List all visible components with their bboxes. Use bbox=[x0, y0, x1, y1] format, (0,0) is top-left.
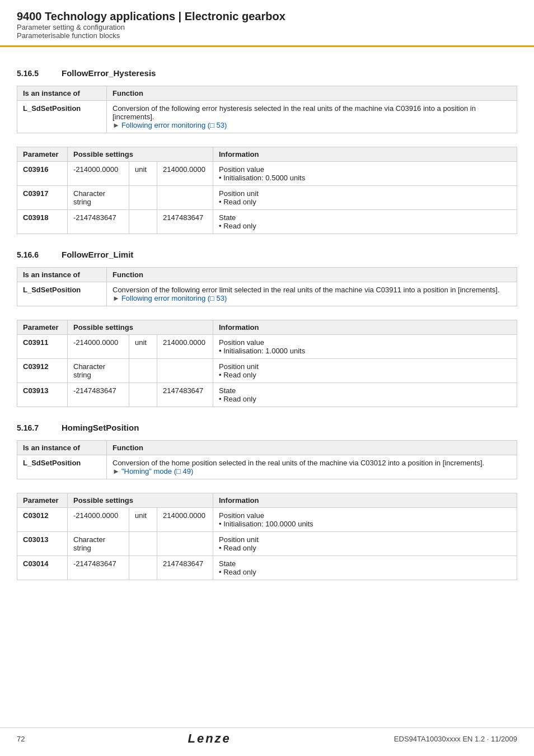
param-table-s5167: Parameter Possible settings Information … bbox=[17, 493, 517, 580]
section-heading-s5167: 5.16.7 HomingSetPosition bbox=[17, 423, 517, 432]
param-min-2-1: Character string bbox=[68, 532, 129, 556]
param-table-s5166: Parameter Possible settings Information … bbox=[17, 320, 517, 407]
instance-col2-header: Function bbox=[107, 441, 517, 455]
param-bullet-2-0: Initialisation: 100.0000 units bbox=[219, 520, 313, 528]
param-max-2-0: 214000.0000 bbox=[157, 508, 213, 532]
param-id-1-1: C03912 bbox=[17, 359, 68, 383]
param-info-title-0-0: Position value bbox=[219, 165, 264, 174]
page-title: 9400 Technology applications | Electroni… bbox=[17, 10, 517, 23]
settings-header: Possible settings bbox=[68, 147, 213, 162]
param-bullet-1-0: Initialisation: 1.0000 units bbox=[219, 347, 305, 355]
page-subtitle2: Parameterisable function blocks bbox=[17, 31, 517, 40]
param-max-1-0: 214000.0000 bbox=[157, 335, 213, 359]
instance-table-s5167: Is an instance of Function L_SdSetPositi… bbox=[17, 440, 517, 479]
param-unit-0-1 bbox=[129, 186, 157, 210]
param-info-0-2: StateRead only bbox=[213, 210, 517, 234]
param-info-1-1: Position unitRead only bbox=[213, 359, 517, 383]
doc-link-1-0[interactable]: Following error monitoring (□ 53) bbox=[121, 294, 227, 302]
footer-logo: Lenze bbox=[188, 731, 231, 746]
page-container: 9400 Technology applications | Electroni… bbox=[0, 0, 534, 625]
instance-table-wrap-s5167: Is an instance of Function L_SdSetPositi… bbox=[17, 440, 517, 479]
param-info-2-2: StateRead only bbox=[213, 556, 517, 580]
param-bullet-1-2: Read only bbox=[219, 395, 256, 403]
param-info-title-0-1: Position unit bbox=[219, 189, 259, 198]
instance-label-2-0: L_SdSetPosition bbox=[17, 455, 107, 479]
main-content: 5.16.5 FollowError_Hysteresis Is an inst… bbox=[0, 47, 534, 625]
param-bullet-2-1: Read only bbox=[219, 544, 256, 552]
instance-table-s5166: Is an instance of Function L_SdSetPositi… bbox=[17, 267, 517, 306]
instance-col1-header: Is an instance of bbox=[17, 441, 107, 455]
section-title-s5167: HomingSetPosition bbox=[62, 423, 139, 432]
param-info-2-1: Position unitRead only bbox=[213, 532, 517, 556]
instance-col1-header: Is an instance of bbox=[17, 268, 107, 282]
param-unit-2-1 bbox=[129, 532, 157, 556]
param-table-s5165: Parameter Possible settings Information … bbox=[17, 147, 517, 234]
param-table-wrap-s5165: Parameter Possible settings Information … bbox=[17, 147, 517, 234]
param-bullet-0-0: Initialisation: 0.5000 units bbox=[219, 174, 305, 182]
param-max-0-1 bbox=[157, 186, 213, 210]
param-info-1-0: Position valueInitialisation: 1.0000 uni… bbox=[213, 335, 517, 359]
section-heading-s5165: 5.16.5 FollowError_Hysteresis bbox=[17, 68, 517, 78]
instance-label-1-0: L_SdSetPosition bbox=[17, 282, 107, 306]
param-row-2-0: C03012-214000.0000unit214000.0000Positio… bbox=[17, 508, 517, 532]
param-info-0-1: Position unitRead only bbox=[213, 186, 517, 210]
param-unit-0-0: unit bbox=[129, 162, 157, 186]
link-arrow-icon: ► bbox=[113, 121, 120, 129]
sections-container: 5.16.5 FollowError_Hysteresis Is an inst… bbox=[17, 68, 517, 580]
param-unit-1-2 bbox=[129, 383, 157, 407]
param-id-0-1: C03917 bbox=[17, 186, 68, 210]
param-id-2-0: C03012 bbox=[17, 508, 68, 532]
param-min-0-1: Character string bbox=[68, 186, 129, 210]
instance-row-1-0: L_SdSetPositionConversion of the followi… bbox=[17, 282, 517, 306]
param-id-1-0: C03911 bbox=[17, 335, 68, 359]
info-header: Information bbox=[213, 493, 517, 508]
param-row-2-1: C03013Character stringPosition unitRead … bbox=[17, 532, 517, 556]
param-max-2-1 bbox=[157, 532, 213, 556]
param-row-0-1: C03917Character stringPosition unitRead … bbox=[17, 186, 517, 210]
param-header: Parameter bbox=[17, 147, 68, 162]
param-info-title-1-1: Position unit bbox=[219, 362, 259, 371]
footer-page-number: 72 bbox=[17, 735, 25, 743]
param-row-0-2: C03918-21474836472147483647StateRead onl… bbox=[17, 210, 517, 234]
param-table-wrap-s5167: Parameter Possible settings Information … bbox=[17, 493, 517, 580]
doc-link-2-0[interactable]: "Homing" mode (□ 49) bbox=[121, 467, 193, 475]
doc-link-0-0[interactable]: Following error monitoring (□ 53) bbox=[121, 121, 227, 129]
section-title-s5166: FollowError_Limit bbox=[62, 250, 133, 259]
page-header: 9400 Technology applications | Electroni… bbox=[0, 0, 534, 47]
param-row-2-2: C03014-21474836472147483647StateRead onl… bbox=[17, 556, 517, 580]
param-min-2-0: -214000.0000 bbox=[68, 508, 129, 532]
instance-table-wrap-s5166: Is an instance of Function L_SdSetPositi… bbox=[17, 267, 517, 306]
instance-row-2-0: L_SdSetPositionConversion of the home po… bbox=[17, 455, 517, 479]
param-unit-2-0: unit bbox=[129, 508, 157, 532]
instance-function-1-0: Conversion of the following error limit … bbox=[107, 282, 517, 306]
param-min-0-2: -2147483647 bbox=[68, 210, 129, 234]
section-number-s5165: 5.16.5 bbox=[17, 69, 62, 78]
param-id-2-2: C03014 bbox=[17, 556, 68, 580]
page-subtitle1: Parameter setting & configuration bbox=[17, 23, 517, 31]
param-bullet-2-2: Read only bbox=[219, 568, 256, 576]
param-info-title-0-2: State bbox=[219, 213, 236, 222]
param-bullet-0-2: Read only bbox=[219, 222, 256, 230]
footer-doc-ref: EDS94TA10030xxxx EN 1.2 · 11/2009 bbox=[394, 735, 517, 743]
param-info-title-1-2: State bbox=[219, 386, 236, 395]
instance-table-s5165: Is an instance of Function L_SdSetPositi… bbox=[17, 86, 517, 133]
param-bullet-0-1: Read only bbox=[219, 198, 256, 206]
instance-label-0-0: L_SdSetPosition bbox=[17, 101, 107, 133]
section-title-s5165: FollowError_Hysteresis bbox=[62, 68, 156, 78]
param-table-wrap-s5166: Parameter Possible settings Information … bbox=[17, 320, 517, 407]
param-id-0-0: C03916 bbox=[17, 162, 68, 186]
param-max-0-0: 214000.0000 bbox=[157, 162, 213, 186]
param-info-title-2-0: Position value bbox=[219, 511, 264, 520]
link-arrow-icon: ► bbox=[113, 294, 120, 302]
settings-header: Possible settings bbox=[68, 493, 213, 508]
param-info-title-2-2: State bbox=[219, 559, 236, 568]
param-row-1-1: C03912Character stringPosition unitRead … bbox=[17, 359, 517, 383]
param-max-0-2: 2147483647 bbox=[157, 210, 213, 234]
param-info-0-0: Position valueInitialisation: 0.5000 uni… bbox=[213, 162, 517, 186]
param-id-0-2: C03918 bbox=[17, 210, 68, 234]
section-heading-s5166: 5.16.6 FollowError_Limit bbox=[17, 250, 517, 259]
param-info-1-2: StateRead only bbox=[213, 383, 517, 407]
param-unit-1-1 bbox=[129, 359, 157, 383]
param-max-1-1 bbox=[157, 359, 213, 383]
param-info-title-2-1: Position unit bbox=[219, 535, 259, 544]
